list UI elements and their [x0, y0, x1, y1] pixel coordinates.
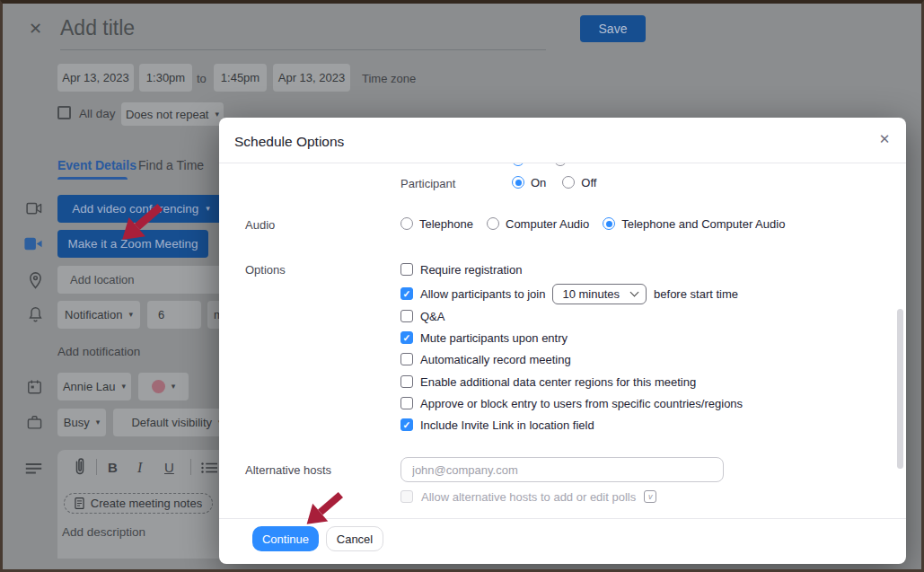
option-row: Enable additional data center regions fo…	[400, 371, 696, 392]
bulleted-list-icon[interactable]	[201, 462, 217, 474]
start-time-field[interactable]: 1:30pm	[139, 64, 192, 92]
checkbox-checked-icon[interactable]	[400, 418, 413, 431]
caret-down-icon: ▾	[206, 205, 210, 213]
option-row: Require registration	[400, 259, 522, 280]
checkbox-unchecked-icon[interactable]	[400, 310, 413, 322]
toolbar-divider	[190, 459, 191, 475]
caret-down-icon: ▾	[122, 383, 127, 391]
checkbox-label: Mute participants upon entry	[420, 331, 568, 345]
select-value: 10 minutes	[562, 287, 620, 301]
to-label: to	[197, 72, 207, 85]
alternative-hosts-input[interactable]	[400, 457, 724, 482]
attachment-paperclip-icon[interactable]	[74, 457, 86, 476]
location-pin-icon	[28, 271, 43, 289]
add-notification-link[interactable]: Add notification	[57, 345, 140, 358]
checkbox-unchecked-icon[interactable]	[400, 397, 413, 409]
toolbar-divider	[96, 459, 97, 475]
option-row: Approve or block entry to users from spe…	[400, 392, 743, 414]
dialog-title: Schedule Options	[234, 134, 344, 150]
visibility-value: Default visibility	[131, 416, 212, 429]
event-color-select[interactable]: ▾	[138, 373, 189, 400]
bold-button[interactable]: B	[108, 460, 118, 475]
active-tab-underline	[57, 177, 128, 180]
checkbox-label: Enable additional data center regions fo…	[420, 375, 696, 389]
checkbox-unchecked-icon[interactable]	[400, 353, 413, 365]
checkbox-label: Q&A	[420, 310, 444, 323]
recurrence-select[interactable]: Does not repeat ▾	[121, 102, 224, 126]
red-arrow-icon	[110, 191, 173, 254]
tab-event-details[interactable]: Event Details	[57, 158, 136, 172]
description-input[interactable]: Add description	[62, 525, 145, 539]
event-title-input[interactable]: Add title	[60, 16, 135, 40]
option-row: Automatically record meeting	[400, 348, 571, 370]
zoom-video-camera-icon	[24, 237, 42, 251]
modal-scrollbar-thumb[interactable]	[897, 309, 903, 469]
all-day-label: All day	[79, 107, 116, 120]
alternative-hosts-label: Alternative hosts	[245, 463, 331, 477]
notification-bell-icon	[28, 306, 43, 323]
checkbox-label: Include Invite Link in location field	[420, 418, 594, 432]
title-underline	[60, 49, 546, 50]
notification-type-value: Notification	[65, 308, 122, 321]
option-row: Include Invite Link in location field	[400, 414, 594, 436]
start-date-field[interactable]: Apr 13, 2023	[57, 64, 134, 92]
end-time-field[interactable]: 1:45pm	[214, 64, 267, 92]
document-icon	[75, 497, 84, 509]
caret-down-icon: ▾	[215, 110, 219, 119]
save-button[interactable]: Save	[580, 15, 646, 42]
busy-select[interactable]: Busy ▾	[57, 409, 106, 436]
caret-down-icon: ▾	[172, 383, 176, 391]
checkbox-unchecked-icon[interactable]	[400, 490, 413, 503]
create-meeting-notes-label: Create meeting notes	[91, 497, 202, 510]
audio-label: Audio	[245, 218, 275, 232]
busy-value: Busy	[64, 416, 90, 429]
options-label: Options	[245, 263, 286, 277]
option-row: Q&A	[400, 305, 444, 327]
description-lines-icon	[25, 462, 42, 476]
italic-button[interactable]: I	[137, 460, 142, 476]
checkbox-unchecked-icon[interactable]	[400, 375, 413, 388]
checkbox-label: before start time	[654, 287, 738, 301]
calendar-icon	[27, 379, 42, 395]
notification-type-select[interactable]: Notification ▾	[57, 301, 140, 329]
color-swatch-icon	[152, 380, 165, 393]
checkbox-label: Allow participants to join	[420, 287, 545, 301]
caret-down-icon: ▾	[128, 311, 133, 319]
polls-badge-icon: v	[644, 490, 656, 503]
caret-down-icon: ▾	[96, 418, 101, 427]
location-input[interactable]: Add location	[57, 266, 237, 294]
end-date-field[interactable]: Apr 13, 2023	[273, 64, 350, 92]
checkbox-unchecked-icon[interactable]	[400, 263, 413, 276]
video-camera-outline-icon	[26, 201, 42, 216]
calendar-name-value: Annie Lau	[63, 380, 116, 393]
option-row: Mute participants upon entry	[400, 327, 568, 348]
all-day-checkbox[interactable]	[57, 106, 71, 119]
tab-find-a-time[interactable]: Find a Time	[138, 158, 204, 172]
option-row: Allow participants to join10 minutesbefo…	[400, 283, 738, 304]
create-meeting-notes-button[interactable]: Create meeting notes	[64, 493, 213, 514]
polls-option-row: Allow alternative hosts to add or edit p…	[400, 486, 656, 507]
calendar-select[interactable]: Annie Lau ▾	[57, 373, 131, 400]
recurrence-value: Does not repeat	[126, 108, 209, 121]
app-window: ✕ Add title Save Apr 13, 2023 1:30pm to …	[0, 0, 924, 572]
checkbox-checked-icon[interactable]	[400, 287, 413, 300]
underline-button[interactable]: U	[164, 460, 174, 475]
join-before-time-select[interactable]: 10 minutes	[552, 284, 647, 304]
notification-minutes-input[interactable]: 6	[147, 301, 201, 329]
red-arrow-icon	[294, 477, 356, 540]
polls-label: Allow alternative hosts to add or edit p…	[421, 490, 636, 504]
busy-briefcase-icon	[27, 415, 42, 430]
time-zone-link[interactable]: Time zone	[362, 72, 416, 85]
checkbox-label: Automatically record meeting	[420, 353, 571, 366]
chevron-down-icon	[630, 287, 639, 296]
checkbox-label: Require registration	[420, 263, 522, 277]
close-icon[interactable]: ✕	[29, 19, 42, 39]
checkbox-checked-icon[interactable]	[400, 331, 413, 344]
checkbox-label: Approve or block entry to users from spe…	[420, 397, 743, 410]
